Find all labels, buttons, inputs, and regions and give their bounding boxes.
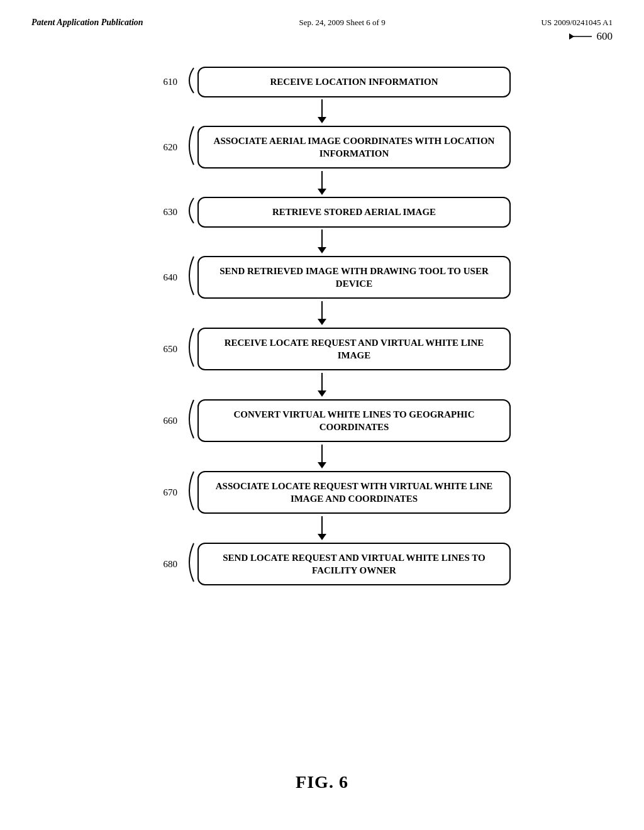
step-label-650: 650 — [133, 344, 184, 355]
step-bracket-650 — [184, 326, 195, 372]
step-bracket-610 — [184, 65, 195, 99]
step-label-640: 640 — [133, 272, 184, 283]
step-box-640: SEND RETRIEVED IMAGE WITH DRAWING TOOL T… — [197, 256, 511, 299]
step-row-610: 610 RECEIVE LOCATION INFORMATION — [133, 65, 511, 99]
page-header: Patent Application Publication Sep. 24, … — [0, 0, 644, 28]
arrow-line — [321, 99, 323, 117]
arrow-line — [321, 301, 323, 319]
arrow-line — [321, 516, 323, 534]
arrow-head-icon — [318, 534, 326, 540]
connector-650 — [133, 372, 511, 397]
figure-caption: FIG. 6 — [296, 772, 348, 792]
step-row-660: 660 CONVERT VIRTUAL WHITE LINES TO GEOGR… — [133, 397, 511, 444]
step-box-650: RECEIVE LOCATE REQUEST AND VIRTUAL WHITE… — [197, 328, 511, 371]
arrow-down-icon — [318, 230, 326, 253]
step-row-620: 620 ASSOCIATE AERIAL IMAGE COORDINATES W… — [133, 124, 511, 170]
arrow-down-icon — [318, 373, 326, 397]
step-box-610: RECEIVE LOCATION INFORMATION — [197, 67, 511, 97]
arrow-down-icon — [318, 516, 326, 540]
arrow-head-icon — [318, 319, 326, 325]
header-patent-number: US 2009/0241045 A1 — [541, 18, 613, 28]
arrow-head-icon — [318, 462, 326, 468]
connector-670 — [133, 516, 511, 541]
step-bracket-670 — [184, 469, 195, 516]
arrow-line — [321, 373, 323, 390]
step-row-630: 630 RETRIEVE STORED AERIAL IMAGE — [133, 196, 511, 229]
step-label-620: 620 — [133, 142, 184, 153]
step-box-670: ASSOCIATE LOCATE REQUEST WITH VIRTUAL WH… — [197, 471, 511, 514]
header-publication-type: Patent Application Publication — [31, 18, 143, 28]
header-date-sheet: Sep. 24, 2009 Sheet 6 of 9 — [299, 18, 385, 28]
step-bracket-630 — [184, 196, 195, 229]
step-label-610: 610 — [133, 77, 184, 87]
arrow-down-icon — [318, 301, 326, 325]
arrow-line — [321, 230, 323, 247]
arrow-line — [321, 171, 323, 189]
step-label-630: 630 — [133, 207, 184, 218]
connector-660 — [133, 444, 511, 469]
step-bracket-660 — [184, 397, 195, 444]
step-box-660: CONVERT VIRTUAL WHITE LINES TO GEOGRAPHI… — [197, 399, 511, 443]
step-label-670: 670 — [133, 487, 184, 498]
connector-610 — [133, 99, 511, 124]
arrow-head-icon — [318, 117, 326, 123]
connector-640 — [133, 301, 511, 326]
arrow-down-icon — [318, 171, 326, 195]
step-row-680: 680 SEND LOCATE REQUEST AND VIRTUAL WHIT… — [133, 541, 511, 587]
step-label-680: 680 — [133, 559, 184, 570]
arrow-head-icon — [318, 390, 326, 397]
step-bracket-640 — [184, 254, 195, 301]
arrow-down-icon — [318, 445, 326, 468]
step-bracket-620 — [184, 124, 195, 170]
connector-630 — [133, 229, 511, 254]
step-row-670: 670 ASSOCIATE LOCATE REQUEST WITH VIRTUA… — [133, 469, 511, 516]
step-box-620: ASSOCIATE AERIAL IMAGE COORDINATES WITH … — [197, 126, 511, 169]
step-box-680: SEND LOCATE REQUEST AND VIRTUAL WHITE LI… — [197, 543, 511, 586]
step-label-660: 660 — [133, 416, 184, 426]
step-bracket-680 — [184, 541, 195, 587]
step-row-640: 640 SEND RETRIEVED IMAGE WITH DRAWING TO… — [133, 254, 511, 301]
step-row-650: 650 RECEIVE LOCATE REQUEST AND VIRTUAL W… — [133, 326, 511, 372]
flow-diagram: 610 RECEIVE LOCATION INFORMATION620 ASSO… — [0, 28, 644, 587]
step-box-630: RETRIEVE STORED AERIAL IMAGE — [197, 197, 511, 227]
arrow-down-icon — [318, 99, 326, 123]
arrow-head-icon — [318, 247, 326, 253]
arrow-head-icon — [318, 189, 326, 195]
connector-620 — [133, 170, 511, 196]
flow-steps: 610 RECEIVE LOCATION INFORMATION620 ASSO… — [0, 65, 644, 587]
arrow-line — [321, 445, 323, 462]
